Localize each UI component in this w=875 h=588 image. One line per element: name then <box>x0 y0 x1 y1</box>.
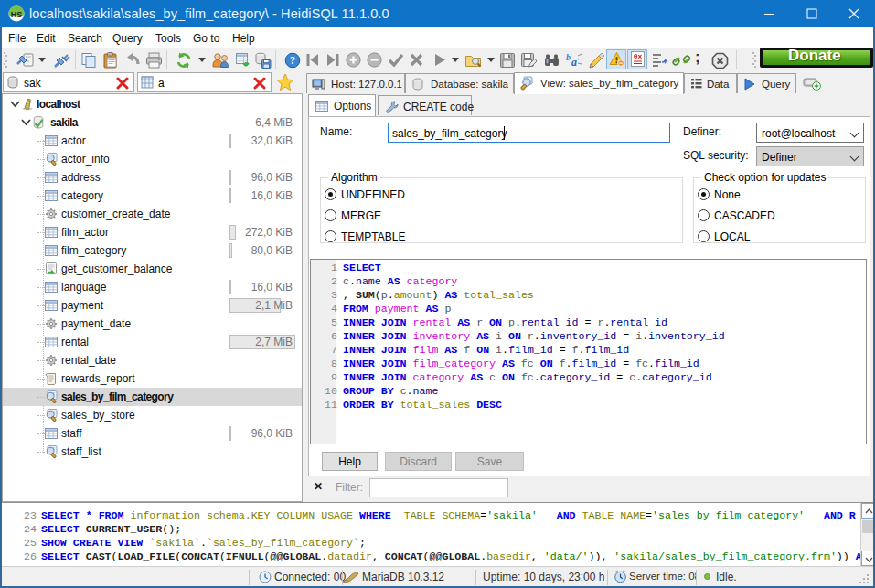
svg-text:a: a <box>571 56 577 69</box>
svg-text:0x: 0x <box>634 52 643 60</box>
svg-text:HS: HS <box>11 10 23 19</box>
svg-text:?: ? <box>290 55 295 66</box>
svg-text:b: b <box>566 52 571 62</box>
